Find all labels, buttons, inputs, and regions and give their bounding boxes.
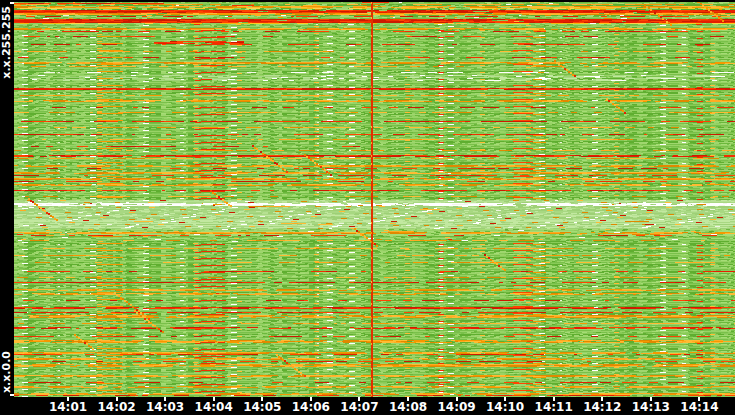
x-axis: 14:0114:0214:0314:0414:0514:0614:0714:08… (0, 397, 735, 415)
network-heatmap-window: x.x.255.255 x.x.0.0 14:0114:0214:0314:04… (0, 0, 735, 415)
y-axis-tick-bottom (10, 394, 14, 396)
x-axis-label: 14:03 (146, 400, 184, 414)
x-axis-label: 14:13 (632, 400, 670, 414)
x-axis-label: 14:07 (340, 400, 378, 414)
x-axis-label: 14:06 (292, 400, 330, 414)
x-axis-label: 14:12 (583, 400, 621, 414)
x-axis-label: 14:08 (389, 400, 427, 414)
x-axis-label: 14:09 (437, 400, 475, 414)
y-axis-min-label: x.x.0.0 (0, 351, 13, 393)
y-axis-tick-top (10, 2, 14, 4)
x-axis-label: 14:10 (486, 400, 524, 414)
x-axis-label: 14:11 (535, 400, 573, 414)
y-axis-max-label: x.x.255.255 (0, 6, 13, 79)
x-axis-label: 14:14 (680, 400, 718, 414)
y-axis: x.x.255.255 x.x.0.0 (0, 0, 14, 397)
x-axis-label: 14:02 (97, 400, 135, 414)
x-axis-label: 14:05 (243, 400, 281, 414)
x-axis-label: 14:04 (195, 400, 233, 414)
traffic-heatmap-canvas (14, 2, 735, 397)
x-axis-label: 14:01 (49, 400, 87, 414)
